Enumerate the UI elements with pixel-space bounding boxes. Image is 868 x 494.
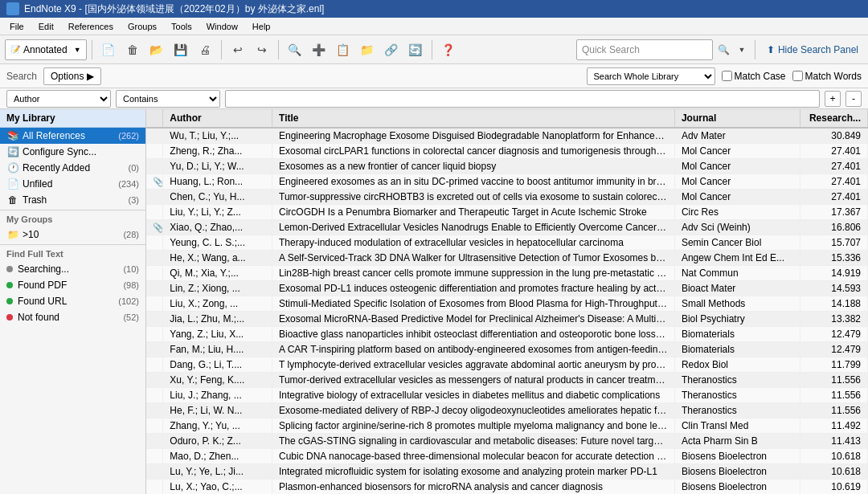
row-research-score: 15.336: [800, 251, 868, 266]
undo-button[interactable]: ↩: [227, 39, 249, 61]
row-journal: Theranostics: [674, 388, 800, 403]
sidebar-item-configure-sync[interactable]: 🔄 Configure Sync...: [0, 144, 145, 160]
save-button[interactable]: 💾: [170, 39, 192, 61]
table-row[interactable]: Zheng, R.; Zha...Exosomal circLPAR1 func…: [146, 144, 868, 159]
row-author: Xu, Y.; Feng, K....: [163, 373, 272, 388]
table-row[interactable]: Chen, C.; Yu, H...Tumor-suppressive circ…: [146, 190, 868, 205]
open-button[interactable]: 📂: [145, 39, 168, 61]
menu-file[interactable]: File: [3, 20, 31, 33]
menu-references[interactable]: References: [62, 20, 120, 33]
sidebar-count-all: (262): [118, 131, 139, 141]
quick-search-button[interactable]: 🔍: [716, 42, 732, 58]
sidebar-item-not-found[interactable]: Not found (52): [0, 309, 145, 325]
table-row[interactable]: Fan, M.; Liu, H....A CAR T-inspiring pla…: [146, 342, 868, 357]
field-select[interactable]: Author Title Year Journal Keywords Abstr…: [6, 90, 111, 108]
toolbar-sep-1: [92, 40, 92, 59]
match-words-checkbox[interactable]: [792, 71, 803, 81]
sidebar-item-group-gt10[interactable]: 📁 >10 (28): [0, 227, 145, 243]
table-row[interactable]: 📎Huang, L.; Ron...Engineered exosomes as…: [146, 174, 868, 190]
help-button[interactable]: ❓: [437, 39, 460, 61]
row-attachment-icon: [146, 312, 163, 327]
table-row[interactable]: Dang, G.; Li, T....T lymphocyte-derived …: [146, 357, 868, 373]
filter-row: Author Title Year Journal Keywords Abstr…: [0, 88, 868, 109]
col-header-research[interactable]: Research...: [800, 109, 868, 128]
quick-search-box[interactable]: Quick Search: [576, 39, 713, 60]
row-author: Lin, Z.; Xiong, ...: [163, 281, 272, 296]
table-row[interactable]: Lu, X.; Yao, C.;...Plasmon-enhanced bios…: [146, 480, 868, 495]
table-row[interactable]: Liu, Y.; Li, Y.; Z...CircOGDH Is a Penum…: [146, 205, 868, 220]
print-button[interactable]: 🖨: [194, 39, 216, 61]
filter-value-input[interactable]: [225, 90, 820, 108]
table-row[interactable]: Xu, Y.; Feng, K....Tumor-derived extrace…: [146, 373, 868, 388]
sidebar-item-unfiled[interactable]: 📄 Unfiled (234): [0, 176, 145, 192]
table-row[interactable]: Qi, M.; Xia, Y.;...Lin28B-high breast ca…: [146, 266, 868, 281]
row-title: Engineered exosomes as an in situ DC-pri…: [272, 174, 675, 190]
table-row[interactable]: Mao, D.; Zhen...Cubic DNA nanocage-based…: [146, 449, 868, 464]
sync-button[interactable]: 🔄: [404, 39, 427, 61]
table-row[interactable]: Yang, Z.; Liu, X...Bioactive glass nanop…: [146, 327, 868, 342]
sidebar-item-found-pdf[interactable]: Found PDF (98): [0, 277, 145, 293]
content-area: Author Title Journal Research... Wu, T.;…: [146, 109, 868, 494]
table-row[interactable]: Lu, Y.; Ye, L.; Ji...Integrated microflu…: [146, 464, 868, 480]
table-row[interactable]: Oduro, P. K.; Z...The cGAS-STING signali…: [146, 434, 868, 449]
sidebar-item-found-url[interactable]: Found URL (102): [0, 293, 145, 309]
search-library-select[interactable]: Search Whole Library: [587, 67, 715, 85]
title-bar: EndNote X9 - [国内外泌体领域进展（2022年02月）by 外泌体之…: [0, 0, 868, 18]
table-row[interactable]: Wu, T.; Liu, Y.;...Engineering Macrophag…: [146, 128, 868, 144]
quick-search-dropdown[interactable]: ▼: [735, 42, 748, 58]
search-options-button[interactable]: Options ▶: [43, 67, 101, 85]
insert-button[interactable]: ➕: [308, 39, 330, 61]
col-header-title[interactable]: Title: [272, 109, 675, 128]
row-attachment-icon: 📎: [146, 220, 163, 235]
redo-button[interactable]: ↪: [251, 39, 273, 61]
menu-window[interactable]: Window: [200, 20, 244, 33]
table-row[interactable]: He, F.; Li, W. N...Exosome-mediated deli…: [146, 403, 868, 418]
group-button[interactable]: 📁: [356, 39, 379, 61]
link-button[interactable]: 🔗: [380, 39, 403, 61]
table-row[interactable]: Yeung, C. L. S.;...Therapy-induced modul…: [146, 235, 868, 251]
table-row[interactable]: Yu, D.; Li, Y.; W...Exosomes as a new fr…: [146, 159, 868, 174]
row-journal: Biosens Bioelectron: [674, 449, 800, 464]
row-research-score: 27.401: [800, 190, 868, 205]
sidebar-item-trash[interactable]: 🗑 Trash (3): [0, 192, 145, 208]
table-container[interactable]: Author Title Journal Research... Wu, T.;…: [146, 109, 868, 494]
delete-button[interactable]: 🗑: [121, 39, 144, 61]
col-header-author[interactable]: Author: [163, 109, 272, 128]
menu-edit[interactable]: Edit: [32, 20, 60, 33]
table-row[interactable]: Liu, J.; Zhang, ...Integrative biology o…: [146, 388, 868, 403]
row-attachment-icon: [146, 434, 163, 449]
sidebar-item-searching[interactable]: Searching... (10): [0, 261, 145, 277]
row-research-score: 14.188: [800, 296, 868, 312]
toolbar-sep-4: [432, 40, 432, 59]
row-research-score: 10.619: [800, 480, 868, 495]
remove-filter-button[interactable]: -: [845, 91, 862, 107]
annotated-dropdown[interactable]: 📝 Annotated ▼: [5, 39, 87, 60]
find-button[interactable]: 🔍: [284, 39, 306, 61]
add-filter-button[interactable]: +: [825, 91, 841, 107]
row-title: Integrative biology of extracellular ves…: [272, 388, 675, 403]
menu-groups[interactable]: Groups: [121, 20, 163, 33]
condition-select[interactable]: Contains Is Is not Contains word: [116, 90, 220, 108]
menu-tools[interactable]: Tools: [165, 20, 199, 33]
hide-search-icon: ⬆: [767, 44, 775, 55]
table-row[interactable]: 📎Xiao, Q.; Zhao,...Lemon-Derived Extrace…: [146, 220, 868, 235]
menu-help[interactable]: Help: [246, 20, 277, 33]
col-header-icon[interactable]: [146, 109, 163, 128]
row-research-score: 12.479: [800, 342, 868, 357]
table-row[interactable]: Jia, L.; Zhu, M.;...Exosomal MicroRNA-Ba…: [146, 312, 868, 327]
row-attachment-icon: [146, 327, 163, 342]
quick-search-input[interactable]: [643, 44, 707, 55]
hide-search-panel-button[interactable]: ⬆ Hide Search Panel: [762, 43, 863, 57]
match-case-checkbox[interactable]: [722, 71, 732, 81]
sidebar-item-all-references[interactable]: 📚 All References (262): [0, 128, 145, 144]
row-title: Exosomes as a new frontier of cancer liq…: [272, 159, 675, 174]
row-title: Tumor-derived extracellular vesicles as …: [272, 373, 675, 388]
table-row[interactable]: Lin, Z.; Xiong, ...Exosomal PD-L1 induce…: [146, 281, 868, 296]
table-row[interactable]: Zhang, Y.; Yu, ...Splicing factor argini…: [146, 418, 868, 434]
table-row[interactable]: He, X.; Wang, a...A Self-Serviced-Track …: [146, 251, 868, 266]
col-header-journal[interactable]: Journal: [674, 109, 800, 128]
new-ref-button[interactable]: 📄: [97, 39, 120, 61]
sidebar-item-recently-added[interactable]: 🕐 Recently Added (0): [0, 160, 145, 176]
table-row[interactable]: Liu, X.; Zong, ...Stimuli-Mediated Speci…: [146, 296, 868, 312]
format-button[interactable]: 📋: [332, 39, 354, 61]
